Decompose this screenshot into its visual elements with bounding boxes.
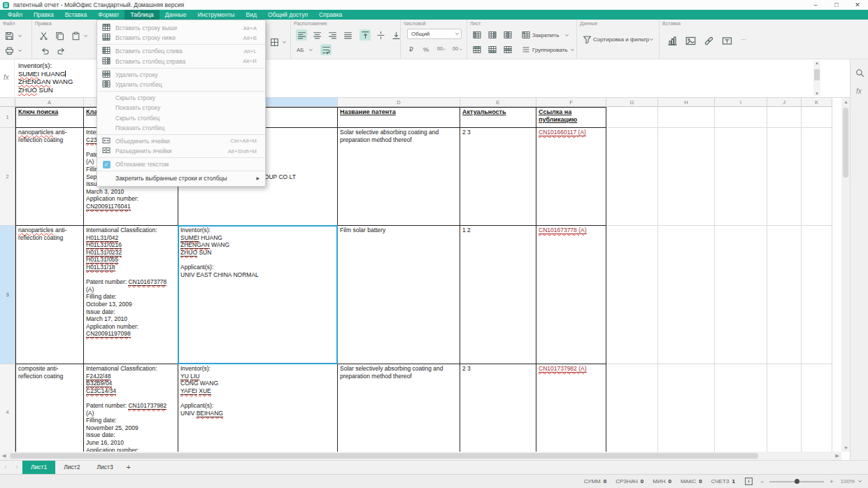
delete-row-button[interactable]	[502, 44, 513, 55]
increase-decimal-button[interactable]: 00→	[453, 46, 463, 51]
cell-E2[interactable]: 2 3	[460, 128, 536, 226]
cell-F2[interactable]: CN101660117 (A)	[536, 128, 606, 226]
align-center-button[interactable]	[311, 29, 322, 41]
col-header-A[interactable]: A	[15, 98, 84, 107]
save-button[interactable]	[3, 30, 15, 41]
print-options-chevron[interactable]	[17, 45, 23, 56]
cell-E1[interactable]: Актуальность	[460, 107, 536, 128]
formula-scroll-down-icon[interactable]: ▼	[813, 92, 820, 96]
wrap-text-button[interactable]	[320, 44, 332, 55]
cell-E4[interactable]: 2 3	[460, 364, 536, 452]
menubar-item-tools[interactable]: Инструменты	[192, 10, 240, 20]
currency-format-button[interactable]: ₽	[409, 46, 413, 53]
col-header-I[interactable]: I	[715, 98, 767, 107]
add-sheet-button[interactable]: +	[122, 461, 136, 474]
menubar-item-help[interactable]: Справка	[313, 10, 348, 20]
insert-column-right-button[interactable]	[487, 29, 498, 41]
menubar-item-edit[interactable]: Правка	[28, 10, 59, 20]
function-panel-icon[interactable]: fx	[856, 87, 862, 95]
cell-C4[interactable]: Inventor(s):YU LIUCONG WANGYAFEI XUE App…	[178, 364, 338, 452]
insert-row-below-button[interactable]	[487, 44, 498, 55]
formula-scroll-thumb[interactable]	[814, 69, 820, 80]
cell-A1[interactable]: Ключ поиска	[15, 107, 84, 128]
cell-K4[interactable]	[802, 364, 832, 452]
valign-bottom-button[interactable]	[390, 29, 401, 41]
search-icon[interactable]	[855, 68, 865, 80]
sort-filter-chevron[interactable]	[648, 34, 655, 45]
insert-textbox-button[interactable]	[721, 35, 732, 46]
col-header-D[interactable]: D	[338, 98, 460, 107]
valign-top-button[interactable]	[360, 29, 371, 41]
cut-button[interactable]	[38, 30, 49, 41]
cell-A4[interactable]: composite anti-reflection coating	[15, 364, 84, 452]
insert-image-button[interactable]	[685, 35, 696, 46]
cell-B3[interactable]: International Classification:H01L31/042H…	[84, 226, 178, 364]
col-header-J[interactable]: J	[767, 98, 802, 107]
zoom-chevron[interactable]	[858, 478, 862, 485]
menu-item-insert-row-above[interactable]: Вставить строку вышеAlt+A	[97, 23, 265, 33]
cell-H4[interactable]	[658, 364, 715, 452]
menu-item-merge-cells[interactable]: Объединить ячейкиCtrl+Alt+M	[97, 136, 265, 146]
cell-G3[interactable]	[606, 226, 658, 364]
menu-item-insert-col-left[interactable]: Вставить столбец слеваAlt+L	[97, 46, 265, 56]
group-chevron[interactable]	[569, 44, 576, 55]
cell-A3[interactable]: nanoparticles anti-reflection coating	[15, 226, 84, 364]
menu-item-insert-col-right[interactable]: Вставить столбец справаAlt+R	[97, 57, 265, 66]
scroll-left-icon[interactable]: ◀	[2, 453, 6, 459]
percent-format-button[interactable]: %	[423, 46, 429, 53]
menubar-item-insert[interactable]: Вставка	[59, 10, 93, 20]
col-header-K[interactable]: K	[802, 98, 832, 107]
cell-J3[interactable]	[767, 226, 802, 364]
cell-J4[interactable]	[767, 364, 802, 452]
zoom-out-button[interactable]: −	[760, 478, 764, 485]
borders-button[interactable]	[269, 36, 280, 48]
menu-item-unmerge-cells[interactable]: Разъединить ячейкиAlt+Shift+M	[97, 146, 265, 156]
freeze-button[interactable]: Закрепить	[532, 32, 559, 38]
cell-K3[interactable]	[802, 226, 832, 364]
menu-item-delete-col[interactable]: Удалить столбец	[97, 80, 265, 89]
menu-item-hide-row[interactable]: Скрыть строку	[97, 93, 265, 103]
cell-F3[interactable]: CN101673778 (A)	[536, 226, 606, 364]
cell-F4[interactable]: CN101737982 (A)	[536, 364, 606, 452]
insert-link-button[interactable]	[703, 35, 714, 46]
col-header-F[interactable]: F	[536, 98, 606, 107]
horizontal-scrollbar[interactable]: ◀ ▶	[0, 452, 841, 460]
decrease-decimal-button[interactable]: 00←	[437, 46, 448, 51]
cell-I1[interactable]	[715, 107, 767, 128]
cell-H1[interactable]	[658, 107, 715, 128]
cell-K2[interactable]	[802, 128, 832, 226]
cell-D3[interactable]: Film solar battery	[338, 226, 460, 364]
horizontal-scroll-thumb[interactable]	[10, 453, 758, 459]
vertical-scroll-thumb[interactable]	[843, 108, 848, 178]
row-header-2[interactable]: 2	[0, 128, 15, 226]
redo-button[interactable]	[55, 45, 66, 56]
insert-column-left-button[interactable]	[471, 29, 483, 41]
menubar-item-data[interactable]: Данные	[159, 10, 192, 20]
cell-K1[interactable]	[802, 107, 832, 128]
menu-item-delete-row[interactable]: Удалить строку	[97, 70, 265, 80]
text-direction-chevron[interactable]	[308, 44, 314, 55]
menu-item-wrap-text[interactable]: ✓Обтекание текстом	[97, 159, 265, 169]
cell-G4[interactable]	[606, 364, 658, 452]
formula-scrollbar[interactable]: ▲ ▼	[813, 61, 820, 96]
formula-scroll-up-icon[interactable]: ▲	[813, 61, 820, 65]
cell-J1[interactable]	[767, 107, 802, 128]
minimize-button[interactable]: –	[805, 0, 826, 10]
cell-D2[interactable]: Solar selective absorbing coating andpre…	[338, 128, 460, 226]
align-left-button[interactable]	[296, 29, 307, 41]
tabs-next-icon[interactable]: ›	[11, 461, 22, 474]
cell-H3[interactable]	[658, 226, 715, 364]
col-header-H[interactable]: H	[658, 98, 715, 107]
zoom-slider-knob[interactable]	[795, 479, 799, 484]
col-header-E[interactable]: E	[460, 98, 536, 107]
text-direction-button[interactable]: АБ	[297, 47, 304, 53]
col-header-G[interactable]: G	[606, 98, 658, 107]
sheet-tab-sheet1[interactable]: Лист1	[22, 461, 55, 474]
paste-button[interactable]	[70, 30, 81, 41]
sheet-tab-sheet3[interactable]: Лист3	[88, 461, 121, 474]
delete-column-button[interactable]	[502, 29, 513, 41]
maximize-button[interactable]: □	[826, 0, 847, 10]
vertical-scrollbar[interactable]: ▲ ▼	[841, 98, 850, 452]
sort-filter-button[interactable]: Сортировка и фильтр	[593, 36, 649, 43]
cell-B4[interactable]: International Classification:F24J2/48B32…	[84, 364, 178, 452]
